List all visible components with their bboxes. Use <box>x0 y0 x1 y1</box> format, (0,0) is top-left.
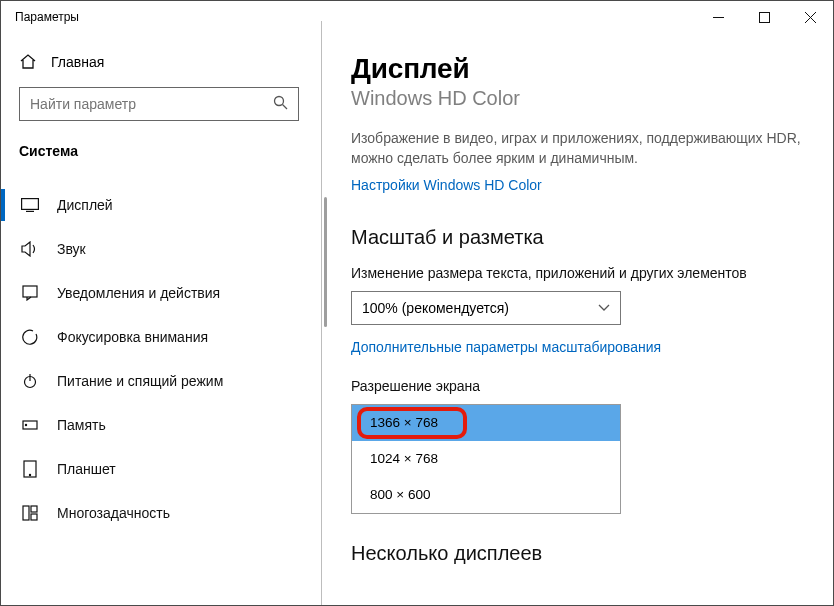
sidebar-item-label: Фокусировка внимания <box>57 329 208 345</box>
power-icon <box>21 372 39 390</box>
svg-rect-16 <box>31 506 37 512</box>
home-nav[interactable]: Главная <box>1 45 321 79</box>
storage-icon <box>21 416 39 434</box>
sidebar-item-label: Дисплей <box>57 197 113 213</box>
svg-point-12 <box>25 424 26 425</box>
resolution-option-label: 800 × 600 <box>370 487 430 502</box>
scale-value: 100% (рекомендуется) <box>362 300 509 316</box>
resolution-dropdown-open[interactable]: 1366 × 768 1024 × 768 800 × 600 <box>351 404 621 514</box>
advanced-scale-link[interactable]: Дополнительные параметры масштабирования <box>351 339 661 355</box>
sidebar-item-label: Многозадачность <box>57 505 170 521</box>
sidebar-item-label: Уведомления и действия <box>57 285 220 301</box>
sound-icon <box>21 240 39 258</box>
multidisplay-heading: Несколько дисплеев <box>351 542 809 565</box>
sidebar-item-sound[interactable]: Звук <box>1 227 321 271</box>
scale-dropdown[interactable]: 100% (рекомендуется) <box>351 291 621 325</box>
resolution-label: Разрешение экрана <box>351 378 809 394</box>
sidebar-item-power[interactable]: Питание и спящий режим <box>1 359 321 403</box>
svg-line-5 <box>283 104 288 109</box>
scale-label: Изменение размера текста, приложений и д… <box>351 265 809 281</box>
resolution-option-label: 1366 × 768 <box>370 415 438 430</box>
resolution-option[interactable]: 1366 × 768 <box>352 405 620 441</box>
resolution-option[interactable]: 1024 × 768 <box>352 441 620 477</box>
search-field[interactable] <box>30 96 273 112</box>
content-pane: Дисплей Windows HD Color Изображение в в… <box>321 33 833 605</box>
sidebar-item-label: Питание и спящий режим <box>57 373 223 389</box>
close-button[interactable] <box>787 1 833 33</box>
svg-rect-15 <box>23 506 29 520</box>
scale-heading: Масштаб и разметка <box>351 226 809 249</box>
window-controls <box>695 1 833 33</box>
nav-list: Дисплей Звук Уведомления и действия <box>1 183 321 535</box>
svg-rect-1 <box>759 12 769 22</box>
chevron-down-icon <box>598 302 610 314</box>
notification-icon <box>21 284 39 302</box>
svg-rect-6 <box>22 199 39 210</box>
sidebar-item-storage[interactable]: Память <box>1 403 321 447</box>
svg-rect-17 <box>31 514 37 520</box>
resolution-option-label: 1024 × 768 <box>370 451 438 466</box>
sidebar-item-display[interactable]: Дисплей <box>1 183 321 227</box>
home-label: Главная <box>51 54 104 70</box>
focus-icon <box>21 328 39 346</box>
hdcolor-heading: Windows HD Color <box>351 87 809 110</box>
hdcolor-settings-link[interactable]: Настройки Windows HD Color <box>351 177 542 193</box>
window-body: Главная Система Д <box>1 33 833 605</box>
display-icon <box>21 196 39 214</box>
minimize-button[interactable] <box>695 1 741 33</box>
search-wrap <box>1 79 321 131</box>
sidebar: Главная Система Д <box>1 33 321 605</box>
sidebar-item-multitask[interactable]: Многозадачность <box>1 491 321 535</box>
titlebar: Параметры <box>1 1 833 33</box>
svg-point-4 <box>275 96 284 105</box>
search-icon <box>273 95 288 114</box>
window-title: Параметры <box>15 10 79 24</box>
sidebar-item-label: Звук <box>57 241 86 257</box>
sidebar-item-notifications[interactable]: Уведомления и действия <box>1 271 321 315</box>
maximize-button[interactable] <box>741 1 787 33</box>
tablet-icon <box>21 460 39 478</box>
settings-window: Параметры Главная <box>0 0 834 606</box>
search-input[interactable] <box>19 87 299 121</box>
home-icon <box>19 53 37 71</box>
sidebar-item-focus[interactable]: Фокусировка внимания <box>1 315 321 359</box>
multitask-icon <box>21 504 39 522</box>
sidebar-item-label: Память <box>57 417 106 433</box>
page-title: Дисплей <box>351 53 809 85</box>
hdcolor-description: Изображение в видео, играх и приложениях… <box>351 128 809 169</box>
category-heading: Система <box>1 131 321 169</box>
sidebar-item-tablet[interactable]: Планшет <box>1 447 321 491</box>
svg-rect-8 <box>23 286 37 297</box>
resolution-option[interactable]: 800 × 600 <box>352 477 620 513</box>
sidebar-item-label: Планшет <box>57 461 116 477</box>
svg-point-14 <box>29 474 30 475</box>
